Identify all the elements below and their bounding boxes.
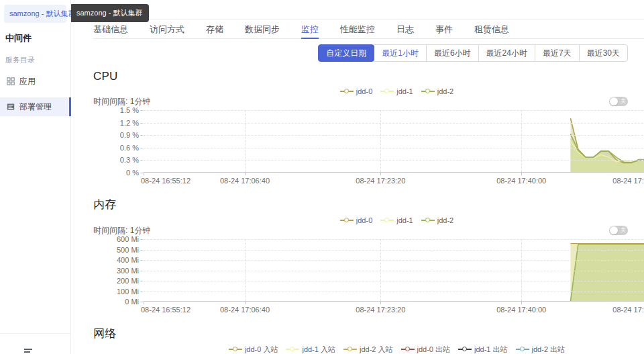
chart-plot[interactable] xyxy=(144,239,644,302)
range-button[interactable]: 最近30天 xyxy=(579,44,628,62)
y-tick-mark xyxy=(140,271,143,271)
cluster-selector[interactable]: samzong - 默认集群 xyxy=(4,5,66,23)
y-tick-label: 1.5 % xyxy=(120,106,139,114)
gridline xyxy=(144,160,644,161)
y-tick-label: 500 Mi xyxy=(117,246,139,254)
chart-title-network: 网络 xyxy=(93,326,628,341)
x-tick-label: 08-24 17:55:00 xyxy=(612,177,644,185)
chart-meta-row: 时间间隔: 1分钟 关 xyxy=(93,224,628,236)
deploy-icon xyxy=(7,103,15,111)
tab-7[interactable]: 事件 xyxy=(435,20,453,38)
range-button[interactable]: 最近7天 xyxy=(535,44,580,62)
gridline xyxy=(144,110,644,111)
range-button[interactable]: 最近6小时 xyxy=(426,44,479,62)
chart-legend: jdd-0 入站jdd-1 入站jdd-2 入站jdd-0 出站jdd-1 出站… xyxy=(144,343,644,353)
y-tick-label: 200 Mi xyxy=(117,277,139,285)
x-tick-label: 08-24 16:55:12 xyxy=(141,306,191,314)
gridline xyxy=(144,250,644,251)
legend-marker-icon xyxy=(421,218,435,223)
legend-item[interactable]: jdd-1 xyxy=(380,87,413,95)
chart-legend: jdd-0jdd-1jdd-2 xyxy=(144,85,644,95)
legend-item[interactable]: jdd-2 xyxy=(421,216,453,224)
gridline xyxy=(380,239,381,301)
x-tick-mark xyxy=(521,173,522,175)
sidebar-item-deploy-management[interactable]: 部署管理 xyxy=(0,97,70,116)
legend-marker-icon xyxy=(343,347,357,352)
chart-toggle[interactable]: 关 xyxy=(609,97,628,106)
sidebar-item-label: 部署管理 xyxy=(19,101,52,113)
time-range-group: 自定义日期最近1小时最近6小时最近24小时最近7天最近30天 xyxy=(318,44,628,62)
legend-item[interactable]: jdd-0 xyxy=(340,87,372,95)
legend-marker-icon xyxy=(458,347,472,352)
legend-item[interactable]: jdd-2 入站 xyxy=(343,345,393,354)
chart-title-cpu: CPU xyxy=(93,70,628,83)
tab-0[interactable]: 基础信息 xyxy=(93,20,128,38)
memory-section: 内存 jdd-0jdd-1jdd-2 时间间隔: 1分钟 关 0 Mi100 M… xyxy=(93,197,628,315)
tab-6[interactable]: 日志 xyxy=(396,20,414,38)
y-tick-label: 0.6 % xyxy=(120,144,139,152)
y-tick-label: 0 Mi xyxy=(125,298,139,306)
tab-2[interactable]: 存储 xyxy=(206,20,223,38)
range-button[interactable]: 自定义日期 xyxy=(318,44,374,62)
range-button[interactable]: 最近24小时 xyxy=(478,44,535,62)
interval-label: 时间间隔: 1分钟 xyxy=(93,225,150,236)
tab-8[interactable]: 租赁信息 xyxy=(474,20,509,38)
legend-label: jdd-2 入站 xyxy=(360,345,393,354)
cpu-section: CPU jdd-0jdd-1jdd-2 时间间隔: 1分钟 关 0 %0.3 %… xyxy=(93,70,628,186)
y-tick-mark xyxy=(140,250,143,251)
legend-marker-icon xyxy=(340,218,354,223)
y-axis-labels: 0 %0.3 %0.6 %0.9 %1.2 %1.5 % xyxy=(93,110,139,173)
x-tick-mark xyxy=(144,302,144,304)
page-header-strip xyxy=(71,0,644,20)
app-window: samzong - 默认集群 中间件 服务目录 应用 部署管理 xyxy=(0,0,644,354)
time-range-row: 自定义日期最近1小时最近6小时最近24小时最近7天最近30天 xyxy=(93,44,628,62)
legend-label: jdd-0 xyxy=(356,216,372,224)
x-axis-labels: 08-24 16:55:1208-24 17:06:4008-24 17:23:… xyxy=(144,177,644,186)
main-content: samzong - 默认集群 基础信息访问方式存储数据同步监控性能监控日志事件租… xyxy=(71,0,644,354)
gridline xyxy=(144,260,644,261)
gridline xyxy=(144,239,644,240)
y-tick-mark xyxy=(140,239,143,240)
legend-label: jdd-2 xyxy=(437,216,453,224)
legend-item[interactable]: jdd-1 出站 xyxy=(458,345,508,354)
chart-toggle[interactable]: 关 xyxy=(609,226,628,235)
legend-item[interactable]: jdd-0 出站 xyxy=(401,345,451,354)
y-tick-label: 0.3 % xyxy=(120,156,139,164)
legend-marker-icon xyxy=(401,347,415,352)
chart-meta-row: 时间间隔: 1分钟 关 xyxy=(93,95,628,107)
legend-item[interactable]: jdd-2 出站 xyxy=(516,345,566,354)
legend-item[interactable]: jdd-1 入站 xyxy=(286,345,335,354)
y-tick-label: 0.9 % xyxy=(120,131,139,139)
y-tick-label: 1.2 % xyxy=(120,119,139,127)
tab-4[interactable]: 监控 xyxy=(301,20,319,38)
legend-item[interactable]: jdd-1 xyxy=(380,216,413,224)
y-tick-mark xyxy=(140,281,143,281)
gridline xyxy=(245,110,246,172)
tab-1[interactable]: 访问方式 xyxy=(150,20,184,38)
range-button[interactable]: 最近1小时 xyxy=(374,44,427,62)
toggle-knob-icon xyxy=(610,97,618,105)
y-tick-mark xyxy=(140,292,143,292)
y-tick-mark xyxy=(140,135,143,136)
x-axis-labels: 08-24 16:55:1208-24 17:06:4008-24 17:23:… xyxy=(144,306,644,315)
apps-icon xyxy=(7,77,15,85)
legend-item[interactable]: jdd-0 入站 xyxy=(229,345,278,354)
sidebar-group-label: 服务目录 xyxy=(5,55,65,65)
legend-item[interactable]: jdd-0 xyxy=(340,216,372,224)
x-tick-mark xyxy=(144,173,144,175)
chart-plot[interactable] xyxy=(144,110,644,173)
sidebar: samzong - 默认集群 中间件 服务目录 应用 部署管理 xyxy=(0,0,71,354)
legend-marker-icon xyxy=(286,347,299,352)
x-tick-mark xyxy=(380,302,381,304)
toggle-off-label: 关 xyxy=(621,97,626,105)
tab-5[interactable]: 性能监控 xyxy=(340,20,375,38)
memory-chart: 0 Mi100 Mi200 Mi300 Mi400 Mi500 Mi600 Mi… xyxy=(144,239,644,315)
sidebar-item-apps[interactable]: 应用 xyxy=(0,72,70,91)
collapse-menu-icon[interactable] xyxy=(24,349,32,354)
y-axis-labels: 0 Mi100 Mi200 Mi300 Mi400 Mi500 Mi600 Mi xyxy=(93,239,139,302)
tab-3[interactable]: 数据同步 xyxy=(245,20,280,38)
legend-item[interactable]: jdd-2 xyxy=(421,87,453,95)
gridline xyxy=(144,271,644,271)
gridline xyxy=(144,148,644,148)
interval-label: 时间间隔: 1分钟 xyxy=(93,96,150,107)
